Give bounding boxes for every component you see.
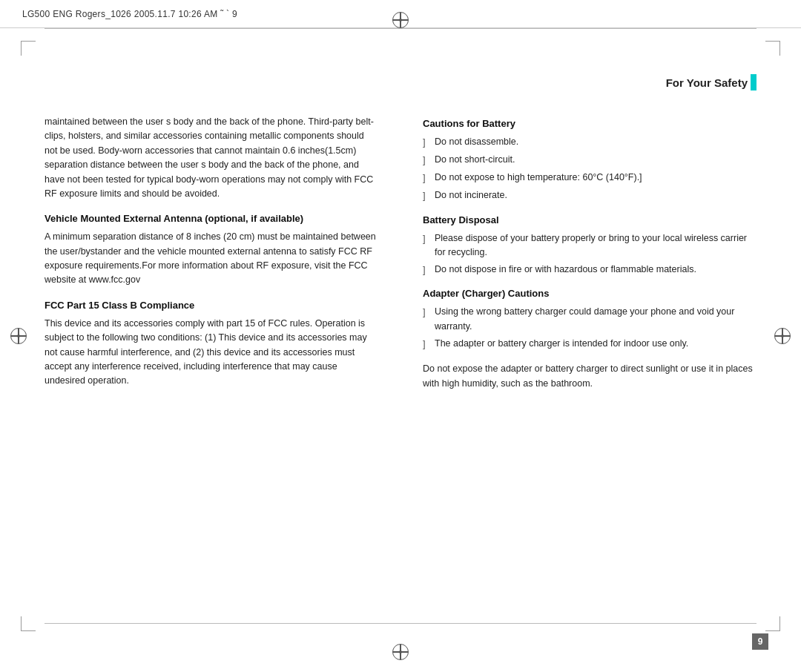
list-item-text: Do not disassemble. (435, 135, 518, 149)
page-title-area: For Your Safety (666, 74, 756, 90)
vehicle-antenna-text: A minimum separation distance of 8 inche… (44, 230, 378, 288)
vehicle-antenna-heading: Vehicle Mounted External Antenna (option… (44, 213, 378, 224)
bullet-icon: ] (423, 188, 432, 203)
list-item: ] Do not short-circuit. (423, 153, 756, 168)
bullet-icon: ] (423, 135, 432, 150)
section-battery-disposal: Battery Disposal ] Please dispose of you… (423, 214, 756, 278)
bullet-icon: ] (423, 231, 432, 246)
page-title: For Your Safety (666, 76, 748, 89)
bottom-divider (44, 623, 756, 624)
list-item: ] Using the wrong battery charger could … (423, 305, 756, 334)
list-item-text: Do not expose to high temperature: 60°C … (435, 171, 642, 185)
battery-disposal-heading: Battery Disposal (423, 214, 756, 225)
header-text: LG500 ENG Rogers_1026 2005.11.7 10:26 AM… (22, 9, 237, 19)
adapter-extra-text: Do not expose the adapter or battery cha… (423, 362, 756, 391)
adapter-cautions-heading: Adapter (Charger) Cautions (423, 288, 756, 299)
intro-paragraph: maintained between the user s body and t… (44, 115, 378, 201)
bullet-icon: ] (423, 171, 432, 185)
cautions-battery-list: ] Do not disassemble. ] Do not short-cir… (423, 135, 756, 204)
corner-mark-tl (21, 41, 36, 56)
page: LG500 ENG Rogers_1026 2005.11.7 10:26 AM… (0, 0, 801, 672)
bullet-icon: ] (423, 305, 432, 320)
fcc-compliance-heading: FCC Part 15 Class B Compliance (44, 300, 378, 311)
reg-mark-bottom (392, 644, 409, 660)
cautions-battery-heading: Cautions for Battery (423, 118, 756, 129)
section-fcc-compliance: FCC Part 15 Class B Compliance This devi… (44, 300, 378, 389)
corner-mark-bl (21, 616, 36, 631)
list-item-text: Please dispose of your battery properly … (435, 231, 756, 260)
list-item-text: Using the wrong battery charger could da… (435, 305, 756, 334)
bullet-icon: ] (423, 263, 432, 277)
corner-mark-tr (765, 41, 780, 56)
content-area: maintained between the user s body and t… (44, 115, 756, 598)
reg-mark-right (774, 328, 791, 344)
section-cautions-battery: Cautions for Battery ] Do not disassembl… (423, 118, 756, 204)
reg-mark-left (10, 328, 27, 344)
list-item: ] Do not expose to high temperature: 60°… (423, 171, 756, 185)
list-item: ] Do not incinerate. (423, 188, 756, 203)
list-item: ] The adapter or battery charger is inte… (423, 337, 756, 352)
section-adapter-cautions: Adapter (Charger) Cautions ] Using the w… (423, 288, 756, 391)
list-item-text: Do not short-circuit. (435, 153, 515, 167)
list-item-text: Do not dispose in fire or with hazardous… (435, 263, 696, 277)
bullet-icon: ] (423, 153, 432, 168)
page-number: 9 (752, 633, 768, 650)
left-column: maintained between the user s body and t… (44, 115, 386, 598)
list-item: ] Please dispose of your battery properl… (423, 231, 756, 260)
corner-mark-br (765, 616, 780, 631)
list-item: ] Do not dispose in fire or with hazardo… (423, 263, 756, 277)
reg-mark-top (392, 12, 409, 28)
top-divider (44, 28, 756, 29)
bullet-icon: ] (423, 337, 432, 352)
fcc-compliance-text: This device and its accessories comply w… (44, 317, 378, 389)
adapter-cautions-list: ] Using the wrong battery charger could … (423, 305, 756, 352)
list-item-text: The adapter or battery charger is intend… (435, 337, 688, 351)
right-column: Cautions for Battery ] Do not disassembl… (415, 115, 756, 598)
battery-disposal-list: ] Please dispose of your battery properl… (423, 231, 756, 278)
section-vehicle-antenna: Vehicle Mounted External Antenna (option… (44, 213, 378, 288)
title-accent-bar (751, 74, 756, 90)
list-item-text: Do not incinerate. (435, 188, 507, 202)
list-item: ] Do not disassemble. (423, 135, 756, 150)
